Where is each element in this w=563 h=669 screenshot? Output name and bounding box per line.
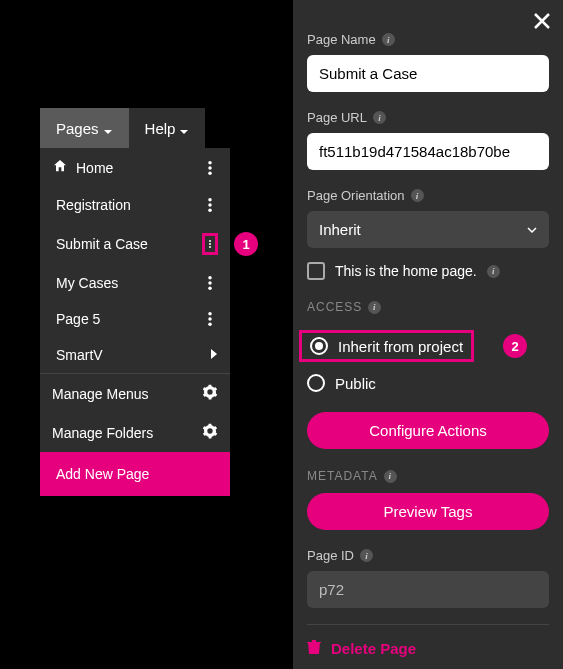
tab-help[interactable]: Help: [129, 108, 206, 148]
page-settings-panel: Page Name i Page URL i Page Orientation …: [293, 0, 563, 669]
page-name-label: Page Name i: [307, 32, 549, 47]
kebab-icon[interactable]: [202, 275, 218, 291]
svg-point-12: [208, 312, 212, 316]
metadata-section-header: METADATA i: [307, 469, 549, 483]
page-label: SmartV: [56, 347, 103, 363]
trash-icon: [307, 639, 321, 658]
checkbox-icon[interactable]: [307, 262, 325, 280]
gear-icon: [202, 384, 218, 403]
info-icon[interactable]: i: [411, 189, 424, 202]
page-label: My Cases: [56, 275, 118, 291]
add-new-page-button[interactable]: Add New Page: [40, 452, 230, 496]
access-section-header: ACCESS i: [307, 300, 549, 314]
callout-badge-1: 1: [234, 232, 258, 256]
svg-point-7: [209, 243, 211, 245]
page-item-my-cases[interactable]: My Cases: [40, 265, 230, 301]
chevron-right-icon: [210, 347, 218, 363]
page-label: Home: [76, 160, 113, 176]
info-icon[interactable]: i: [382, 33, 395, 46]
close-button[interactable]: [533, 12, 551, 34]
page-id-label: Page ID i: [307, 548, 549, 563]
page-orientation-label: Page Orientation i: [307, 188, 549, 203]
radio-icon[interactable]: [307, 374, 325, 392]
svg-point-11: [208, 287, 212, 291]
info-icon[interactable]: i: [373, 111, 386, 124]
svg-point-14: [208, 323, 212, 327]
configure-actions-button[interactable]: Configure Actions: [307, 412, 549, 449]
svg-point-8: [209, 246, 211, 248]
page-orientation-select[interactable]: Inherit: [307, 211, 549, 248]
page-item-home[interactable]: Home: [40, 148, 230, 187]
kebab-icon-highlighted[interactable]: [202, 233, 218, 255]
highlighted-radio-option: Inherit from project: [299, 330, 474, 362]
radio-icon[interactable]: [310, 337, 328, 355]
home-page-checkbox-row[interactable]: This is the home page. i: [307, 262, 549, 280]
delete-page-button[interactable]: Delete Page: [307, 624, 549, 669]
svg-point-4: [208, 203, 212, 207]
svg-point-13: [208, 317, 212, 321]
checkbox-label: This is the home page.: [335, 263, 477, 279]
chevron-down-icon: [179, 123, 189, 133]
tab-pages-label: Pages: [56, 120, 99, 137]
svg-point-10: [208, 281, 212, 285]
select-value: Inherit: [319, 221, 361, 238]
info-icon[interactable]: i: [384, 470, 397, 483]
access-inherit-radio[interactable]: Inherit from project 2: [307, 324, 549, 368]
menu-manage-folders[interactable]: Manage Folders: [40, 413, 230, 452]
kebab-icon[interactable]: [202, 160, 218, 176]
svg-point-9: [208, 276, 212, 280]
kebab-icon[interactable]: [202, 311, 218, 327]
info-icon[interactable]: i: [360, 549, 373, 562]
page-name-input[interactable]: [307, 55, 549, 92]
chevron-down-icon: [103, 123, 113, 133]
page-item-smartv[interactable]: SmartV: [40, 337, 230, 373]
info-icon[interactable]: i: [368, 301, 381, 314]
tab-help-label: Help: [145, 120, 176, 137]
page-id-field: p72: [307, 571, 549, 608]
page-url-input[interactable]: [307, 133, 549, 170]
delete-label: Delete Page: [331, 640, 416, 657]
radio-label: Inherit from project: [338, 338, 463, 355]
home-icon: [52, 158, 68, 177]
page-item-registration[interactable]: Registration: [40, 187, 230, 223]
svg-point-6: [209, 240, 211, 242]
pages-dropdown-panel: Pages Help Home Registra: [40, 108, 230, 496]
svg-point-2: [208, 171, 212, 175]
page-label: Submit a Case: [56, 236, 148, 252]
svg-point-1: [208, 166, 212, 170]
page-label: Registration: [56, 197, 131, 213]
menu-label: Manage Menus: [52, 386, 149, 402]
page-label: Page 5: [56, 311, 100, 327]
svg-point-0: [208, 161, 212, 165]
svg-point-5: [208, 209, 212, 213]
kebab-icon[interactable]: [202, 197, 218, 213]
pages-list: Home Registration Submit a Case 1 My Cas…: [40, 148, 230, 496]
tab-pages[interactable]: Pages: [40, 108, 129, 148]
menu-label: Manage Folders: [52, 425, 153, 441]
svg-point-3: [208, 198, 212, 202]
gear-icon: [202, 423, 218, 442]
menu-manage-menus[interactable]: Manage Menus: [40, 373, 230, 413]
preview-tags-button[interactable]: Preview Tags: [307, 493, 549, 530]
tab-bar: Pages Help: [40, 108, 230, 148]
info-icon[interactable]: i: [487, 265, 500, 278]
access-public-radio[interactable]: Public: [307, 368, 549, 398]
radio-label: Public: [335, 375, 376, 392]
callout-badge-2: 2: [503, 334, 527, 358]
chevron-down-icon: [527, 221, 537, 238]
page-item-submit-case[interactable]: Submit a Case 1: [40, 223, 230, 265]
page-item-page5[interactable]: Page 5: [40, 301, 230, 337]
page-url-label: Page URL i: [307, 110, 549, 125]
